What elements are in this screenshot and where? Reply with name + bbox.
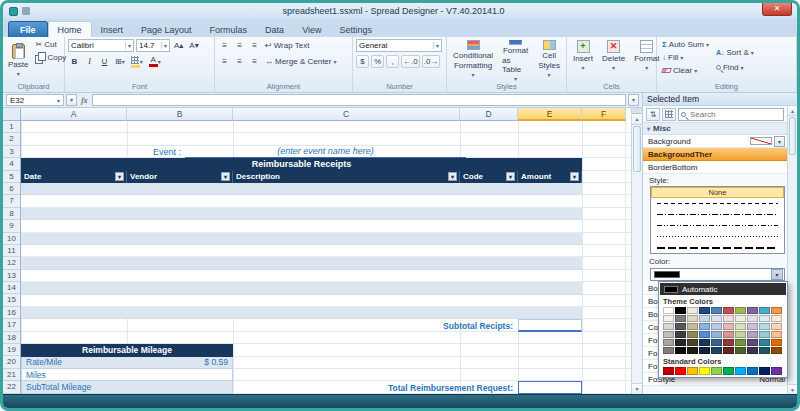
cut-button[interactable]: ✂ Cut bbox=[33, 39, 68, 50]
column-header-F[interactable]: F bbox=[582, 108, 626, 121]
font-family-combo[interactable]: Calibri ▾ bbox=[68, 39, 134, 52]
shrink-font-button[interactable]: A▾ bbox=[187, 39, 200, 52]
tab-file[interactable]: File bbox=[8, 21, 48, 37]
color-swatch[interactable] bbox=[687, 315, 698, 322]
row-header-2[interactable]: 2 bbox=[3, 133, 20, 145]
formula-bar-expand-button[interactable]: ▾ bbox=[628, 94, 639, 106]
paste-button[interactable]: Paste ▾ bbox=[6, 39, 30, 81]
number-format-button-4[interactable]: .0→ bbox=[422, 55, 441, 68]
align-center-button[interactable]: ≡ bbox=[233, 55, 246, 68]
color-swatch[interactable] bbox=[771, 315, 782, 322]
color-dropdown-icon[interactable]: ▾ bbox=[771, 269, 783, 280]
color-swatch[interactable] bbox=[771, 323, 782, 330]
color-swatch[interactable] bbox=[735, 315, 746, 322]
select-all-corner[interactable] bbox=[3, 108, 21, 121]
color-swatch[interactable] bbox=[723, 331, 734, 338]
fill-button[interactable]: ↓ Fill ▾ bbox=[660, 52, 711, 63]
column-header-E[interactable]: E bbox=[518, 108, 582, 121]
color-swatch[interactable] bbox=[675, 331, 686, 338]
receipt-row-15[interactable] bbox=[21, 295, 582, 307]
subtotal-receipts-label[interactable]: Subtotal Recipts: bbox=[233, 319, 516, 331]
color-swatch[interactable] bbox=[747, 331, 758, 338]
color-swatch[interactable] bbox=[723, 367, 734, 375]
tab-page-layout[interactable]: Page Layout bbox=[132, 22, 201, 37]
row-header-19[interactable]: 19 bbox=[3, 344, 20, 356]
color-swatch[interactable] bbox=[735, 347, 746, 354]
tab-data[interactable]: Data bbox=[256, 22, 293, 37]
number-format-combo[interactable]: General ▾ bbox=[356, 39, 442, 52]
receipt-row-8[interactable] bbox=[21, 208, 582, 220]
color-swatch[interactable] bbox=[747, 323, 758, 330]
tab-insert[interactable]: Insert bbox=[92, 22, 133, 37]
property-row-borderbottom[interactable]: BorderBottom bbox=[643, 161, 797, 174]
number-format-button-1[interactable]: % bbox=[371, 55, 384, 68]
color-swatch[interactable] bbox=[759, 367, 770, 375]
row-header-6[interactable]: 6 bbox=[3, 183, 20, 195]
panel-scrollbar[interactable]: ▲ ▼ bbox=[787, 106, 797, 394]
color-swatch[interactable] bbox=[711, 307, 722, 314]
close-button[interactable]: ✕ bbox=[762, 3, 792, 16]
row-header-21[interactable]: 21 bbox=[3, 369, 20, 381]
color-swatch[interactable] bbox=[663, 307, 674, 314]
receipt-row-12[interactable] bbox=[21, 257, 582, 269]
color-swatch[interactable] bbox=[771, 367, 782, 375]
tab-home[interactable]: Home bbox=[48, 21, 92, 38]
panel-scrollbar-thumb[interactable] bbox=[789, 117, 796, 155]
font-color-button[interactable]: A ▾ bbox=[147, 55, 163, 68]
align-top-button[interactable]: ≡ bbox=[218, 39, 231, 52]
filter-dropdown-icon[interactable]: ▾ bbox=[570, 172, 579, 181]
color-swatch[interactable] bbox=[675, 367, 686, 375]
find-select-button[interactable]: Find ▾ bbox=[714, 62, 756, 73]
grow-font-button[interactable]: A▴ bbox=[172, 39, 185, 52]
wrap-text-button[interactable]: ↩ Wrap Text bbox=[263, 40, 311, 51]
color-swatch[interactable] bbox=[771, 331, 782, 338]
color-swatch[interactable] bbox=[711, 347, 722, 354]
number-format-button-2[interactable]: , bbox=[386, 55, 399, 68]
color-swatch[interactable] bbox=[723, 307, 734, 314]
color-swatch[interactable] bbox=[675, 347, 686, 354]
sheet-vertical-scrollbar[interactable]: ▲ ▼ bbox=[631, 108, 642, 394]
insert-function-button[interactable]: fx bbox=[79, 95, 90, 105]
row-header-11[interactable]: 11 bbox=[3, 245, 20, 257]
style-option-dash-dot-dot[interactable] bbox=[651, 220, 784, 231]
row-header-17[interactable]: 17 bbox=[3, 319, 20, 331]
mileage-row-3[interactable]: SubTotal Mileage bbox=[21, 381, 233, 393]
align-left-button[interactable]: ≡ bbox=[218, 55, 231, 68]
color-swatch[interactable] bbox=[687, 367, 698, 375]
color-swatch[interactable] bbox=[687, 331, 698, 338]
quick-access-icon[interactable] bbox=[22, 7, 30, 15]
style-option-dotted[interactable] bbox=[651, 231, 784, 242]
color-swatch[interactable] bbox=[735, 323, 746, 330]
event-row[interactable]: Event : (enter event name here) bbox=[153, 146, 466, 158]
color-swatch[interactable] bbox=[771, 339, 782, 346]
color-swatch[interactable] bbox=[747, 367, 758, 375]
receipts-table-title[interactable]: Reimbursable Receipts bbox=[21, 158, 582, 170]
color-swatch[interactable] bbox=[711, 339, 722, 346]
color-swatch[interactable] bbox=[711, 323, 722, 330]
total-request-cell[interactable] bbox=[518, 381, 582, 393]
color-swatch[interactable] bbox=[723, 339, 734, 346]
color-swatch[interactable] bbox=[699, 347, 710, 354]
column-header-D[interactable]: D bbox=[460, 108, 518, 121]
receipt-row-13[interactable] bbox=[21, 270, 582, 282]
search-input[interactable] bbox=[688, 109, 781, 119]
receipt-row-7[interactable] bbox=[21, 195, 582, 207]
number-format-button-0[interactable]: $ bbox=[356, 55, 369, 68]
style-option-thick-dash[interactable] bbox=[651, 242, 784, 253]
color-swatch[interactable] bbox=[675, 339, 686, 346]
color-swatch[interactable] bbox=[663, 347, 674, 354]
color-swatch[interactable] bbox=[747, 307, 758, 314]
color-swatch[interactable] bbox=[747, 315, 758, 322]
style-option-dash-dot[interactable] bbox=[651, 209, 784, 220]
row-header-8[interactable]: 8 bbox=[3, 208, 20, 220]
color-swatch[interactable] bbox=[759, 307, 770, 314]
color-swatch[interactable] bbox=[687, 307, 698, 314]
color-swatch[interactable] bbox=[663, 315, 674, 322]
color-swatch[interactable] bbox=[771, 347, 782, 354]
color-swatch[interactable] bbox=[711, 367, 722, 375]
mileage-row-2[interactable]: Miles bbox=[21, 369, 233, 381]
color-swatch[interactable] bbox=[735, 307, 746, 314]
conditional-formatting-button[interactable]: Conditional Formatting ▾ bbox=[450, 39, 496, 81]
category-misc[interactable]: ▾ Misc bbox=[643, 123, 797, 135]
row-header-10[interactable]: 10 bbox=[3, 233, 20, 245]
